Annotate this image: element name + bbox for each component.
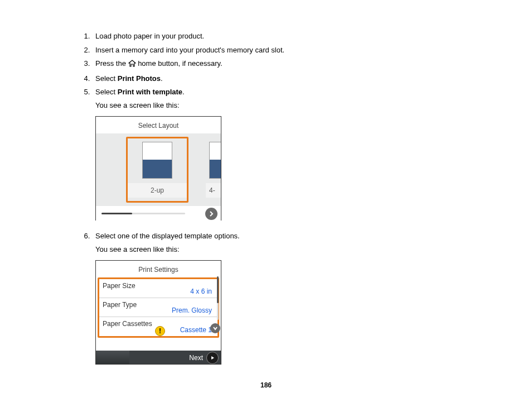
step-4-bold: Print Photos	[118, 74, 161, 83]
step-5-subtext: You see a screen like this:	[95, 100, 461, 111]
step-4: Select Print Photos.	[92, 73, 461, 84]
step-5-post: .	[182, 88, 185, 96]
layout-thumb-4up	[209, 142, 221, 179]
chevron-down-icon	[212, 325, 218, 331]
horizontal-scroll-thumb[interactable]	[101, 213, 132, 214]
step-5: Select Print with template. You see a sc…	[92, 87, 461, 221]
layout-option-2up[interactable]: 2-up	[126, 137, 188, 203]
paper-type-value: Prem. Glossy	[172, 305, 212, 315]
step-2: Insert a memory card into your product's…	[92, 45, 461, 56]
layout-option-4up-partial[interactable]: 4-	[204, 137, 221, 203]
scroll-down-button[interactable]	[210, 323, 220, 333]
step-6-subtext: You see a screen like this:	[95, 244, 461, 255]
setting-paper-type[interactable]: Paper Type Prem. Glossy	[99, 298, 217, 317]
step-6: Select one of the displayed template opt…	[92, 231, 461, 365]
screenshot-select-layout: Select Layout 2-up 4-	[95, 116, 221, 221]
layout-scrollbar-area	[96, 206, 221, 222]
chevron-right-icon	[209, 211, 214, 217]
horizontal-scroll-track[interactable]	[101, 213, 185, 214]
vertical-scroll-track[interactable]	[217, 276, 219, 320]
step-1: Load photo paper in your product.	[92, 31, 461, 42]
layout-thumb-2up	[142, 142, 172, 179]
warning-icon: !	[155, 326, 165, 336]
play-icon	[210, 355, 215, 361]
vertical-scroll-thumb[interactable]	[217, 276, 219, 303]
layout-options-area: 2-up 4-	[96, 133, 221, 206]
step-4-pre: Select	[95, 74, 118, 83]
paper-size-value: 4 x 6 in	[190, 286, 212, 296]
step-5-bold: Print with template	[118, 88, 182, 96]
footer-left-strip	[96, 351, 129, 364]
step-6-text: Select one of the displayed template opt…	[95, 232, 240, 240]
step-3-pre: Press the	[95, 59, 128, 68]
print-settings-footer: Next	[96, 351, 221, 364]
step-4-post: .	[161, 74, 163, 83]
layout-label-4up: 4-	[206, 183, 221, 198]
next-label: Next	[189, 353, 203, 363]
screenshot-print-settings: Print Settings Paper Size 4 x 6 in Paper…	[95, 260, 221, 365]
select-layout-title: Select Layout	[96, 117, 221, 133]
page-number: 186	[71, 381, 461, 389]
paper-cassettes-value: Cassette 1	[180, 325, 212, 335]
step-3-post: home button, if necessary.	[136, 59, 223, 68]
layout-label-2up: 2-up	[128, 183, 187, 198]
step-3: Press the home button, if necessary.	[92, 58, 461, 70]
instruction-list: Load photo paper in your product. Insert…	[71, 31, 461, 365]
print-settings-title: Print Settings	[96, 261, 221, 277]
home-icon	[128, 59, 136, 70]
setting-paper-size[interactable]: Paper Size 4 x 6 in	[99, 279, 217, 298]
step-5-pre: Select	[95, 88, 118, 96]
next-button[interactable]	[206, 352, 219, 364]
scroll-right-button[interactable]	[205, 208, 217, 220]
setting-paper-cassettes[interactable]: Paper Cassettes ! Cassette 1	[99, 317, 217, 336]
settings-list: Paper Size 4 x 6 in Paper Type Prem. Glo…	[98, 277, 219, 338]
